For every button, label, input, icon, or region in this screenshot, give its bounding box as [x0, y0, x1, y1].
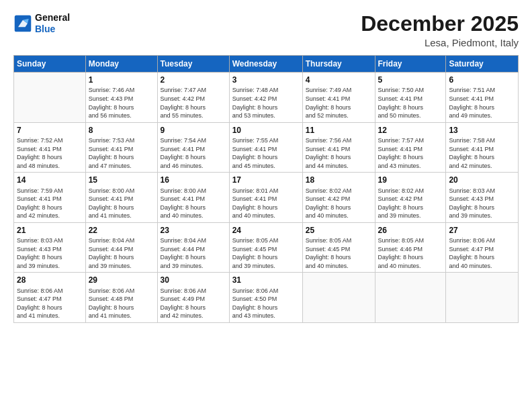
day-info: Sunrise: 8:00 AMSunset: 4:41 PMDaylight:… [89, 187, 154, 220]
day-info: Sunrise: 7:54 AMSunset: 4:41 PMDaylight:… [161, 136, 226, 170]
calendar-cell: 19Sunrise: 8:02 AMSunset: 4:42 PMDayligh… [375, 173, 446, 223]
month-title: December 2025 [361, 12, 519, 36]
day-number: 20 [449, 175, 515, 185]
calendar-cell [446, 273, 519, 323]
logo: General Blue [13, 12, 70, 35]
day-number: 5 [378, 75, 443, 85]
day-number: 17 [232, 175, 300, 185]
col-friday: Friday [375, 56, 446, 73]
calendar-cell: 11Sunrise: 7:56 AMSunset: 4:41 PMDayligh… [302, 122, 375, 173]
calendar-cell [14, 73, 86, 123]
day-info: Sunrise: 7:57 AMSunset: 4:41 PMDaylight:… [378, 136, 443, 170]
day-info: Sunrise: 8:03 AMSunset: 4:43 PMDaylight:… [449, 187, 515, 220]
col-saturday: Saturday [446, 56, 519, 73]
day-number: 28 [17, 275, 83, 285]
day-info: Sunrise: 8:02 AMSunset: 4:42 PMDaylight:… [306, 187, 372, 220]
day-number: 3 [232, 75, 300, 85]
calendar-cell: 21Sunrise: 8:03 AMSunset: 4:43 PMDayligh… [14, 222, 86, 273]
calendar-week-row: 21Sunrise: 8:03 AMSunset: 4:43 PMDayligh… [14, 222, 519, 273]
calendar-cell: 8Sunrise: 7:53 AMSunset: 4:41 PMDaylight… [85, 122, 157, 173]
calendar-cell: 31Sunrise: 8:06 AMSunset: 4:50 PMDayligh… [229, 273, 302, 323]
day-info: Sunrise: 8:02 AMSunset: 4:42 PMDaylight:… [378, 187, 443, 220]
day-info: Sunrise: 7:53 AMSunset: 4:41 PMDaylight:… [89, 136, 154, 170]
day-info: Sunrise: 7:48 AMSunset: 4:42 PMDaylight:… [232, 86, 300, 120]
day-info: Sunrise: 7:49 AMSunset: 4:41 PMDaylight:… [306, 86, 372, 120]
day-info: Sunrise: 8:06 AMSunset: 4:49 PMDaylight:… [161, 287, 226, 320]
calendar-week-row: 14Sunrise: 7:59 AMSunset: 4:41 PMDayligh… [14, 173, 519, 223]
calendar-cell: 4Sunrise: 7:49 AMSunset: 4:41 PMDaylight… [302, 73, 375, 123]
page: General Blue December 2025 Lesa, Piedmon… [0, 0, 532, 411]
day-number: 11 [306, 125, 372, 136]
calendar-cell: 2Sunrise: 7:47 AMSunset: 4:42 PMDaylight… [157, 73, 229, 123]
day-info: Sunrise: 7:59 AMSunset: 4:41 PMDaylight:… [17, 187, 83, 220]
day-info: Sunrise: 8:04 AMSunset: 4:44 PMDaylight:… [89, 236, 154, 270]
calendar-cell: 9Sunrise: 7:54 AMSunset: 4:41 PMDaylight… [157, 122, 229, 173]
day-number: 15 [89, 175, 154, 185]
day-info: Sunrise: 7:58 AMSunset: 4:41 PMDaylight:… [449, 136, 515, 170]
day-number: 7 [17, 125, 83, 136]
day-info: Sunrise: 8:05 AMSunset: 4:46 PMDaylight:… [378, 236, 443, 270]
day-info: Sunrise: 7:50 AMSunset: 4:41 PMDaylight:… [378, 86, 443, 120]
col-sunday: Sunday [14, 56, 86, 73]
calendar-cell: 1Sunrise: 7:46 AMSunset: 4:43 PMDaylight… [85, 73, 157, 123]
day-info: Sunrise: 7:52 AMSunset: 4:41 PMDaylight:… [17, 136, 83, 170]
calendar-cell: 29Sunrise: 8:06 AMSunset: 4:48 PMDayligh… [85, 273, 157, 323]
calendar-cell: 14Sunrise: 7:59 AMSunset: 4:41 PMDayligh… [14, 173, 86, 223]
calendar-cell [302, 273, 375, 323]
day-info: Sunrise: 8:04 AMSunset: 4:44 PMDaylight:… [161, 236, 226, 270]
calendar-cell: 30Sunrise: 8:06 AMSunset: 4:49 PMDayligh… [157, 273, 229, 323]
calendar-cell: 20Sunrise: 8:03 AMSunset: 4:43 PMDayligh… [446, 173, 519, 223]
day-number: 13 [449, 125, 515, 136]
day-number: 29 [89, 275, 154, 285]
header: General Blue December 2025 Lesa, Piedmon… [13, 12, 519, 48]
day-number: 14 [17, 175, 83, 185]
calendar-week-row: 1Sunrise: 7:46 AMSunset: 4:43 PMDaylight… [14, 73, 519, 123]
calendar-cell: 26Sunrise: 8:05 AMSunset: 4:46 PMDayligh… [375, 222, 446, 273]
day-number: 18 [306, 175, 372, 185]
day-info: Sunrise: 7:46 AMSunset: 4:43 PMDaylight:… [89, 86, 154, 120]
calendar-cell: 25Sunrise: 8:05 AMSunset: 4:45 PMDayligh… [302, 222, 375, 273]
location: Lesa, Piedmont, Italy [361, 37, 519, 48]
calendar-table: Sunday Monday Tuesday Wednesday Thursday… [13, 55, 519, 323]
day-number: 1 [89, 75, 154, 85]
col-monday: Monday [85, 56, 157, 73]
day-number: 21 [17, 225, 83, 236]
calendar-cell: 24Sunrise: 8:05 AMSunset: 4:45 PMDayligh… [229, 222, 302, 273]
calendar-cell: 23Sunrise: 8:04 AMSunset: 4:44 PMDayligh… [157, 222, 229, 273]
day-number: 26 [378, 225, 443, 236]
calendar-cell: 10Sunrise: 7:55 AMSunset: 4:41 PMDayligh… [229, 122, 302, 173]
day-number: 6 [449, 75, 515, 85]
col-wednesday: Wednesday [229, 56, 302, 73]
day-number: 30 [161, 275, 226, 285]
day-info: Sunrise: 7:56 AMSunset: 4:41 PMDaylight:… [306, 136, 372, 170]
calendar-cell: 13Sunrise: 7:58 AMSunset: 4:41 PMDayligh… [446, 122, 519, 173]
day-number: 4 [306, 75, 372, 85]
day-number: 25 [306, 225, 372, 236]
calendar-cell: 17Sunrise: 8:01 AMSunset: 4:41 PMDayligh… [229, 173, 302, 223]
day-info: Sunrise: 8:03 AMSunset: 4:43 PMDaylight:… [17, 236, 83, 270]
calendar-cell: 7Sunrise: 7:52 AMSunset: 4:41 PMDaylight… [14, 122, 86, 173]
day-info: Sunrise: 8:06 AMSunset: 4:47 PMDaylight:… [449, 236, 515, 270]
day-info: Sunrise: 7:51 AMSunset: 4:41 PMDaylight:… [449, 86, 515, 120]
calendar-cell: 12Sunrise: 7:57 AMSunset: 4:41 PMDayligh… [375, 122, 446, 173]
day-info: Sunrise: 8:06 AMSunset: 4:47 PMDaylight:… [17, 287, 83, 320]
title-block: December 2025 Lesa, Piedmont, Italy [361, 12, 519, 48]
day-number: 12 [378, 125, 443, 136]
day-number: 9 [161, 125, 226, 136]
calendar-cell: 16Sunrise: 8:00 AMSunset: 4:41 PMDayligh… [157, 173, 229, 223]
day-info: Sunrise: 8:05 AMSunset: 4:45 PMDaylight:… [306, 236, 372, 270]
calendar-week-row: 28Sunrise: 8:06 AMSunset: 4:47 PMDayligh… [14, 273, 519, 323]
day-info: Sunrise: 8:05 AMSunset: 4:45 PMDaylight:… [232, 236, 300, 270]
calendar-header-row: Sunday Monday Tuesday Wednesday Thursday… [14, 56, 519, 73]
calendar-cell: 15Sunrise: 8:00 AMSunset: 4:41 PMDayligh… [85, 173, 157, 223]
calendar-cell: 28Sunrise: 8:06 AMSunset: 4:47 PMDayligh… [14, 273, 86, 323]
calendar-cell: 3Sunrise: 7:48 AMSunset: 4:42 PMDaylight… [229, 73, 302, 123]
day-number: 8 [89, 125, 154, 136]
calendar-cell: 27Sunrise: 8:06 AMSunset: 4:47 PMDayligh… [446, 222, 519, 273]
day-number: 27 [449, 225, 515, 236]
day-number: 2 [161, 75, 226, 85]
day-info: Sunrise: 7:47 AMSunset: 4:42 PMDaylight:… [161, 86, 226, 120]
calendar-week-row: 7Sunrise: 7:52 AMSunset: 4:41 PMDaylight… [14, 122, 519, 173]
logo-icon [13, 14, 32, 33]
calendar-cell: 5Sunrise: 7:50 AMSunset: 4:41 PMDaylight… [375, 73, 446, 123]
